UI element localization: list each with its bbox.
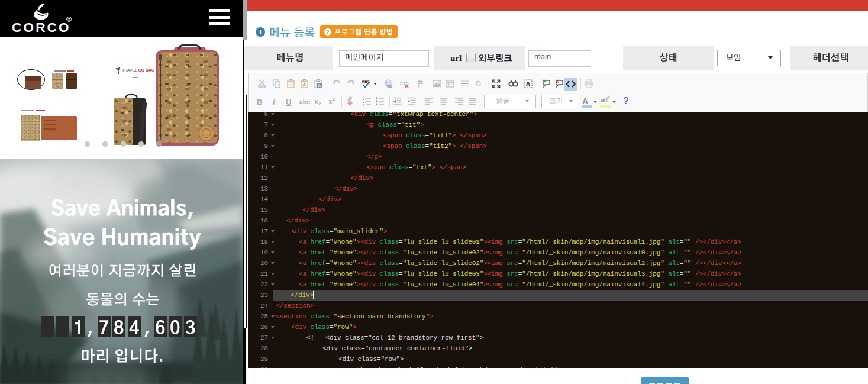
svg-text:W: W: [318, 83, 322, 88]
svg-text:3: 3: [363, 103, 364, 107]
svg-text:A: A: [303, 82, 306, 88]
svg-text:Ω: Ω: [476, 79, 482, 88]
svg-text:A: A: [526, 80, 531, 88]
svg-text:ABC: ABC: [362, 79, 370, 83]
